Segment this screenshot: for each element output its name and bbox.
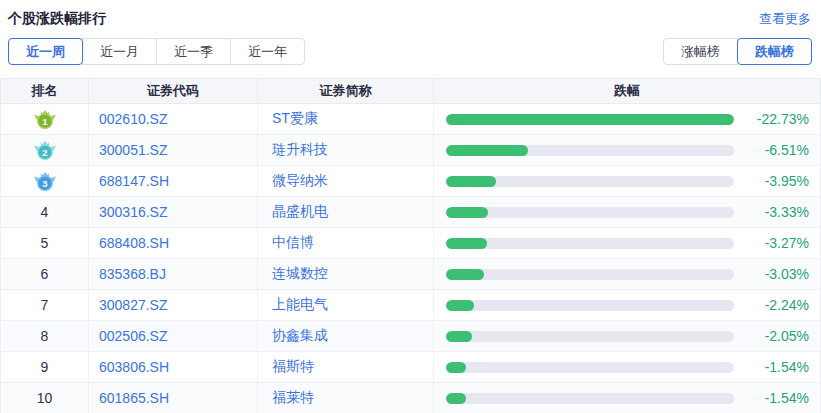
- stock-name-link[interactable]: 琏升科技: [258, 135, 434, 165]
- change-bar-track: [446, 238, 734, 249]
- stock-code-link[interactable]: 688408.SH: [89, 228, 258, 258]
- stock-name-link[interactable]: 中信博: [258, 228, 434, 258]
- controls-row: 近一周近一月近一季近一年 涨幅榜跌幅榜: [8, 38, 812, 65]
- table-row[interactable]: 7300827.SZ上能电气-2.24%: [1, 290, 820, 321]
- change-bar-track: [446, 114, 734, 125]
- change-bar-track: [446, 393, 734, 404]
- change-percent-label: -3.27%: [734, 235, 820, 251]
- table-header-row: 排名证券代码证券简称跌幅: [0, 78, 821, 104]
- column-header-1: 证券代码: [89, 79, 258, 103]
- change-bar-cell: -3.27%: [434, 228, 820, 258]
- change-bar-cell: -2.24%: [434, 290, 820, 320]
- svg-text:3: 3: [42, 177, 47, 188]
- rank-medal-icon: 2: [33, 140, 57, 161]
- period-tab-2[interactable]: 近一季: [156, 38, 231, 65]
- rank-cell: 1: [1, 104, 89, 134]
- column-header-0: 排名: [1, 79, 89, 103]
- widget-header: 个股涨跌幅排行 查看更多: [0, 0, 821, 29]
- change-bar-track: [446, 331, 734, 342]
- rank-cell: 10: [1, 383, 89, 413]
- change-bar-track: [446, 207, 734, 218]
- rank-cell: 2: [1, 135, 89, 165]
- change-percent-label: -1.54%: [734, 359, 820, 375]
- change-bar-fill: [446, 207, 488, 218]
- rank-cell: 9: [1, 352, 89, 382]
- change-bar-fill: [446, 300, 474, 311]
- stock-code-link[interactable]: 002506.SZ: [89, 321, 258, 351]
- view-more-link[interactable]: 查看更多: [759, 10, 811, 28]
- change-bar-fill: [446, 269, 484, 280]
- change-bar-fill: [446, 362, 466, 373]
- table-row[interactable]: 1002610.SZST爱康-22.73%: [1, 104, 820, 135]
- change-bar-track: [446, 300, 734, 311]
- change-bar-cell: -1.54%: [434, 383, 820, 413]
- table-row[interactable]: 4300316.SZ晶盛机电-3.33%: [1, 197, 820, 228]
- board-toggle: 涨幅榜跌幅榜: [663, 38, 812, 65]
- rank-cell: 4: [1, 197, 89, 227]
- change-percent-label: -2.05%: [734, 328, 820, 344]
- change-bar-cell: -3.95%: [434, 166, 820, 196]
- stock-name-link[interactable]: ST爱康: [258, 104, 434, 134]
- stock-code-link[interactable]: 603806.SH: [89, 352, 258, 382]
- period-tabs: 近一周近一月近一季近一年: [8, 38, 305, 65]
- change-percent-label: -2.24%: [734, 297, 820, 313]
- stock-code-link[interactable]: 835368.BJ: [89, 259, 258, 289]
- rank-cell: 7: [1, 290, 89, 320]
- column-header-3: 跌幅: [434, 79, 820, 103]
- stock-name-link[interactable]: 晶盛机电: [258, 197, 434, 227]
- table-row[interactable]: 2300051.SZ琏升科技-6.51%: [1, 135, 820, 166]
- board-toggle-tab-0[interactable]: 涨幅榜: [663, 38, 738, 65]
- stock-name-link[interactable]: 福莱特: [258, 383, 434, 413]
- stock-name-link[interactable]: 协鑫集成: [258, 321, 434, 351]
- rank-cell: 8: [1, 321, 89, 351]
- change-bar-track: [446, 145, 734, 156]
- stock-name-link[interactable]: 连城数控: [258, 259, 434, 289]
- stock-code-link[interactable]: 300051.SZ: [89, 135, 258, 165]
- change-bar-cell: -1.54%: [434, 352, 820, 382]
- change-bar-cell: -3.33%: [434, 197, 820, 227]
- stock-name-link[interactable]: 微导纳米: [258, 166, 434, 196]
- change-percent-label: -3.95%: [734, 173, 820, 189]
- change-percent-label: -3.03%: [734, 266, 820, 282]
- stock-code-link[interactable]: 002610.SZ: [89, 104, 258, 134]
- table-row[interactable]: 3688147.SH微导纳米-3.95%: [1, 166, 820, 197]
- change-bar-cell: -3.03%: [434, 259, 820, 289]
- change-percent-label: -6.51%: [734, 142, 820, 158]
- table-body: 1002610.SZST爱康-22.73%2300051.SZ琏升科技-6.51…: [0, 104, 821, 413]
- table-row[interactable]: 6835368.BJ连城数控-3.03%: [1, 259, 820, 290]
- change-percent-label: -1.54%: [734, 390, 820, 406]
- change-bar-track: [446, 176, 734, 187]
- stock-name-link[interactable]: 上能电气: [258, 290, 434, 320]
- column-header-2: 证券简称: [258, 79, 434, 103]
- rank-medal-icon: 3: [33, 171, 57, 192]
- change-bar-track: [446, 269, 734, 280]
- stock-name-link[interactable]: 福斯特: [258, 352, 434, 382]
- change-bar-cell: -2.05%: [434, 321, 820, 351]
- svg-text:1: 1: [42, 115, 48, 126]
- stock-ranking-widget: 个股涨跌幅排行 查看更多 近一周近一月近一季近一年 涨幅榜跌幅榜 排名证券代码证…: [0, 0, 821, 413]
- period-tab-0[interactable]: 近一周: [8, 38, 83, 65]
- change-bar-fill: [446, 176, 496, 187]
- stock-code-link[interactable]: 300827.SZ: [89, 290, 258, 320]
- table-row[interactable]: 5688408.SH中信博-3.27%: [1, 228, 820, 259]
- svg-text:2: 2: [42, 146, 47, 157]
- rank-cell: 6: [1, 259, 89, 289]
- stock-code-link[interactable]: 300316.SZ: [89, 197, 258, 227]
- stock-code-link[interactable]: 688147.SH: [89, 166, 258, 196]
- period-tab-1[interactable]: 近一月: [82, 38, 157, 65]
- change-bar-fill: [446, 238, 487, 249]
- table-row[interactable]: 9603806.SH福斯特-1.54%: [1, 352, 820, 383]
- page-title: 个股涨跌幅排行: [8, 10, 106, 28]
- stock-code-link[interactable]: 601865.SH: [89, 383, 258, 413]
- table-row[interactable]: 8002506.SZ协鑫集成-2.05%: [1, 321, 820, 352]
- period-tab-3[interactable]: 近一年: [230, 38, 305, 65]
- change-bar-fill: [446, 114, 734, 125]
- change-percent-label: -3.33%: [734, 204, 820, 220]
- change-bar-fill: [446, 145, 528, 156]
- change-bar-track: [446, 362, 734, 373]
- rank-cell: 3: [1, 166, 89, 196]
- table-row[interactable]: 10601865.SH福莱特-1.54%: [1, 383, 820, 413]
- change-bar-cell: -6.51%: [434, 135, 820, 165]
- board-toggle-tab-1[interactable]: 跌幅榜: [737, 38, 812, 65]
- change-bar-fill: [446, 393, 466, 404]
